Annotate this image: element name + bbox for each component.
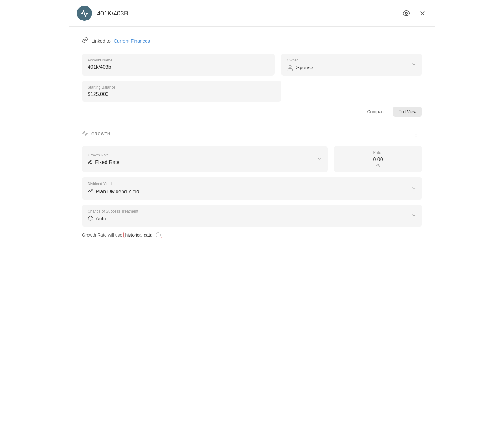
divider-1 <box>82 122 422 122</box>
growth-title-group: GROWTH <box>82 130 111 138</box>
growth-section-icon <box>82 130 88 138</box>
rate-label: Rate <box>373 150 383 155</box>
dividend-yield-value-group: Plan Dividend Yield <box>88 188 139 195</box>
rate-value: 0.00 <box>373 157 383 162</box>
modal-header: 401K/403B <box>69 0 435 27</box>
dividend-yield-row: Dividend Yield Plan Dividend Yield <box>82 177 422 200</box>
compact-view-button[interactable]: Compact <box>361 107 390 117</box>
dividend-yield-chevron-icon <box>411 185 416 191</box>
account-owner-row: Account Name 401k/403b Owner Spouse <box>82 54 422 76</box>
balance-label: Starting Balance <box>88 85 276 90</box>
rate-content: Rate 0.00 <box>373 150 383 162</box>
app-icon <box>77 6 92 21</box>
cos-treatment-row: Chance of Success Treatment Auto <box>82 205 422 227</box>
person-icon <box>287 64 294 71</box>
owner-select-value: Spouse <box>287 64 313 71</box>
cos-treatment-field[interactable]: Chance of Success Treatment Auto <box>82 205 422 227</box>
dividend-yield-field[interactable]: Dividend Yield Plan Dividend Yield <box>82 177 422 200</box>
modal-content: Linked to Current Finances Account Name … <box>69 27 435 259</box>
bottom-divider <box>82 248 422 248</box>
balance-row: Starting Balance $125,000 <box>82 81 422 102</box>
growth-kebab-menu[interactable]: ⋮ <box>410 130 422 138</box>
historical-data-link[interactable]: historical data. i <box>123 232 162 238</box>
owner-label: Owner <box>287 58 313 62</box>
growth-rate-label: Growth Rate <box>88 153 119 157</box>
cos-treatment-content: Chance of Success Treatment Auto <box>88 209 138 222</box>
linked-finance-link[interactable]: Current Finances <box>114 38 150 44</box>
percent-sign: % <box>376 162 380 168</box>
growth-rate-value-group: Fixed Rate <box>88 159 119 165</box>
growth-rate-row: Growth Rate Fixed Rate <box>82 146 422 172</box>
modal-title: 401K/403B <box>97 10 128 17</box>
growth-rate-value: Fixed Rate <box>95 160 119 165</box>
pencil-icon <box>88 159 93 165</box>
full-view-button[interactable]: Full View <box>393 107 422 117</box>
trend-icon <box>88 188 93 195</box>
balance-placeholder <box>288 81 422 102</box>
historical-note-prefix: Growth Rate will use <box>82 232 122 237</box>
info-icon: i <box>156 232 161 237</box>
growth-section-header: GROWTH ⋮ <box>82 130 422 138</box>
view-toggle-group: Compact Full View <box>82 107 422 117</box>
header-actions <box>401 8 427 18</box>
account-name-field: Account Name 401k/403b <box>82 54 275 76</box>
rate-field: Rate 0.00 % <box>334 146 422 172</box>
linked-label: Linked to <box>91 38 111 44</box>
cos-treatment-value: Auto <box>96 216 106 222</box>
dividend-yield-label: Dividend Yield <box>88 182 139 186</box>
cos-treatment-chevron-icon <box>411 213 416 219</box>
account-name-value: 401k/403b <box>88 64 269 70</box>
growth-section-title: GROWTH <box>91 132 111 136</box>
owner-value: Spouse <box>296 65 313 71</box>
balance-value: $125,000 <box>88 91 276 97</box>
balance-field: Starting Balance $125,000 <box>82 81 281 102</box>
dividend-yield-value: Plan Dividend Yield <box>96 189 139 195</box>
growth-rate-chevron-icon <box>317 156 322 162</box>
svg-point-0 <box>405 12 407 14</box>
owner-chevron-icon <box>411 62 416 68</box>
linked-row: Linked to Current Finances <box>82 37 422 45</box>
svg-point-3 <box>289 65 291 67</box>
cos-treatment-label: Chance of Success Treatment <box>88 209 138 213</box>
historical-note: Growth Rate will use historical data. i <box>82 232 422 238</box>
link-icon <box>82 37 88 45</box>
account-name-label: Account Name <box>88 58 269 62</box>
owner-field[interactable]: Owner Spouse <box>281 54 422 76</box>
historical-data-text: historical data. <box>125 232 153 237</box>
visibility-button[interactable] <box>401 8 411 18</box>
cos-treatment-value-group: Auto <box>88 215 138 222</box>
auto-icon <box>88 215 93 222</box>
close-button[interactable] <box>418 9 427 18</box>
growth-rate-field[interactable]: Growth Rate Fixed Rate <box>82 146 328 172</box>
growth-rate-content: Growth Rate Fixed Rate <box>88 153 119 165</box>
dividend-yield-content: Dividend Yield Plan Dividend Yield <box>88 182 139 195</box>
